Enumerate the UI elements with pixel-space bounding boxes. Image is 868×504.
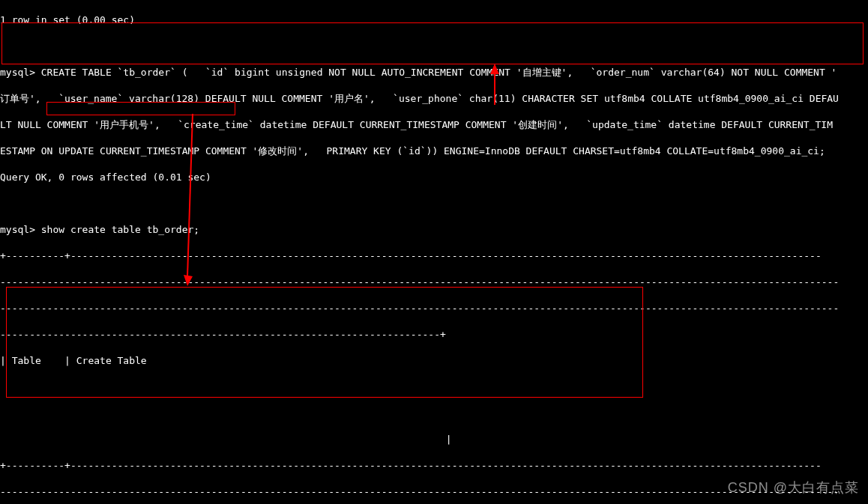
terminal-line (0, 380, 868, 394)
terminal-line (0, 40, 868, 53)
terminal-line: mysql> show create table tb_order; (0, 223, 868, 237)
terminal-line: | Table | Create Table (0, 354, 868, 368)
terminal-line: LT NULL COMMENT '用户手机号', `create_time` d… (0, 118, 868, 132)
terminal-line: 1 row in set (0.00 sec) (0, 13, 868, 27)
terminal-line (0, 407, 868, 420)
terminal-line: ESTAMP ON UPDATE CURRENT_TIMESTAMP COMME… (0, 145, 868, 158)
terminal-line: +----------+----------------------------… (0, 459, 868, 473)
watermark-text: CSDN @大白有点菜 (728, 479, 859, 497)
terminal-line: ----------------------------------------… (0, 276, 868, 289)
terminal-output[interactable]: 1 row in set (0.00 sec) mysql> CREATE TA… (0, 0, 868, 504)
terminal-line: mysql> CREATE TABLE `tb_order` ( `id` bi… (0, 66, 868, 79)
terminal-line: 订单号', `user_name` varchar(128) DEFAULT N… (0, 92, 868, 106)
terminal-line: Query OK, 0 rows affected (0.01 sec) (0, 171, 868, 184)
terminal-line: | (0, 433, 868, 446)
terminal-line: ----------------------------------------… (0, 302, 868, 315)
terminal-line: ----------------------------------------… (0, 328, 868, 341)
terminal-line: +----------+----------------------------… (0, 249, 868, 263)
terminal-line (0, 197, 868, 210)
